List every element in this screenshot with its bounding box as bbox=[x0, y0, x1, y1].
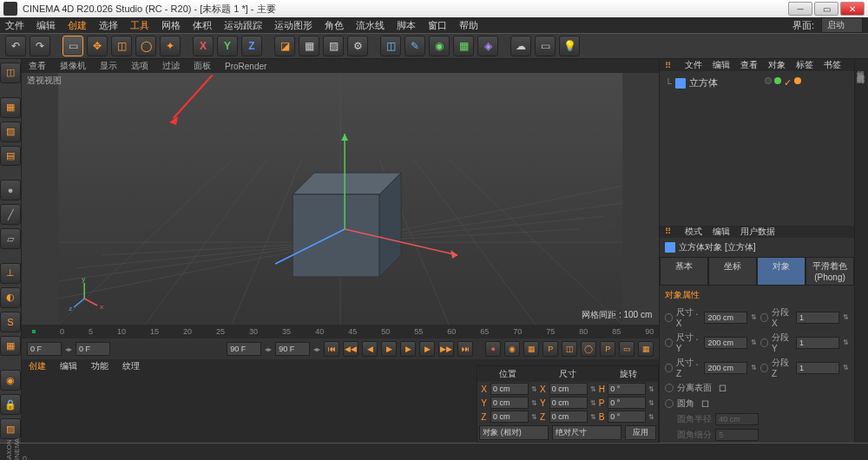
viewport[interactable]: 透视视图 bbox=[22, 73, 659, 325]
cube-primitive[interactable]: ◫ bbox=[380, 36, 401, 56]
menu-4[interactable]: 工具 bbox=[130, 19, 149, 32]
btab-3[interactable]: 纹理 bbox=[122, 360, 140, 372]
y-axis-toggle[interactable]: Y bbox=[217, 36, 238, 56]
lock-icon[interactable]: 🔒 bbox=[0, 394, 21, 415]
menu-0[interactable]: 文件 bbox=[5, 19, 24, 32]
key-opts[interactable]: ▦ bbox=[638, 341, 654, 357]
object-tree[interactable]: └ 立方体 ✓ bbox=[660, 71, 854, 226]
subtab-3[interactable]: 平滑着色(Phong) bbox=[806, 257, 854, 286]
pen-tool[interactable]: ✎ bbox=[404, 36, 425, 56]
maximize-button[interactable]: ▭ bbox=[814, 2, 838, 16]
play-forward[interactable]: ▶ bbox=[400, 341, 416, 357]
object-tree-item[interactable]: └ 立方体 ✓ bbox=[663, 75, 851, 91]
workplane[interactable]: ▤ bbox=[0, 146, 21, 167]
menu-9[interactable]: 角色 bbox=[325, 19, 344, 32]
scale-tool[interactable]: ◫ bbox=[111, 36, 132, 56]
vp-tab-3[interactable]: 选项 bbox=[131, 60, 148, 72]
model-mode[interactable]: ▦ bbox=[0, 97, 21, 118]
render-region[interactable]: ▨ bbox=[323, 36, 344, 56]
last-tool[interactable]: ✦ bbox=[160, 36, 181, 56]
btab-0[interactable]: 创建 bbox=[29, 360, 46, 372]
next-frame[interactable]: ▶ bbox=[419, 341, 435, 357]
light-tool[interactable]: 💡 bbox=[559, 36, 580, 56]
size-mode-dropdown[interactable]: 绝对尺寸 bbox=[552, 425, 621, 440]
undo-button[interactable]: ↶ bbox=[5, 36, 26, 56]
poly-mode[interactable]: ▱ bbox=[0, 228, 21, 249]
misc-tool[interactable]: ▨ bbox=[0, 418, 21, 439]
goto-start[interactable]: ⏮ bbox=[324, 341, 339, 357]
range-end-field[interactable] bbox=[275, 342, 310, 356]
next-key[interactable]: ▶▶ bbox=[438, 341, 454, 357]
vp-tab-1[interactable]: 摄像机 bbox=[60, 60, 86, 72]
render-settings[interactable]: ⚙ bbox=[347, 36, 368, 56]
array-tool[interactable]: ▦ bbox=[453, 36, 474, 56]
layout-dropdown[interactable]: 启动 bbox=[821, 17, 863, 33]
key-pos[interactable]: P bbox=[542, 341, 558, 357]
apply-button[interactable]: 应用 bbox=[625, 425, 656, 440]
coord-system[interactable]: ◪ bbox=[274, 36, 295, 56]
minimize-button[interactable]: ─ bbox=[788, 2, 812, 16]
key-param[interactable]: P bbox=[600, 341, 615, 357]
nurbs-tool[interactable]: ◉ bbox=[429, 36, 450, 56]
rotate-tool[interactable]: ◯ bbox=[135, 36, 156, 56]
key-selection[interactable]: ▦ bbox=[523, 341, 539, 357]
menu-6[interactable]: 体积 bbox=[193, 19, 212, 32]
texture-mode[interactable]: ▨ bbox=[0, 122, 21, 142]
axis-mode[interactable]: ⊥ bbox=[0, 263, 21, 284]
menu-11[interactable]: 脚本 bbox=[397, 19, 416, 32]
menu-10[interactable]: 流水线 bbox=[356, 19, 385, 32]
subtab-0[interactable]: 基本 bbox=[660, 257, 708, 286]
timeline-ruler[interactable]: 051015202530354045505560657075808590 bbox=[22, 325, 659, 338]
point-mode[interactable]: ● bbox=[0, 180, 21, 200]
close-button[interactable]: ✕ bbox=[840, 2, 865, 16]
menu-2[interactable]: 创建 bbox=[68, 19, 87, 32]
render-view[interactable]: ▦ bbox=[299, 36, 319, 56]
menu-7[interactable]: 运动跟踪 bbox=[224, 19, 262, 32]
workplane-snap[interactable]: ▦ bbox=[0, 336, 21, 357]
vp-tab-6[interactable]: ProRender bbox=[225, 62, 266, 71]
redo-button[interactable]: ↷ bbox=[30, 36, 50, 56]
vis-editor-dot[interactable] bbox=[765, 77, 772, 84]
menu-13[interactable]: 帮助 bbox=[459, 19, 478, 32]
vis-render-dot[interactable] bbox=[774, 77, 781, 84]
move-tool[interactable]: ✥ bbox=[87, 36, 108, 56]
btab-1[interactable]: 编辑 bbox=[60, 360, 77, 372]
edge-mode[interactable]: ╱ bbox=[0, 204, 21, 225]
key-pla[interactable]: ▭ bbox=[619, 341, 635, 357]
current-frame-field[interactable] bbox=[76, 342, 110, 356]
z-axis-toggle[interactable]: Z bbox=[241, 36, 262, 56]
vp-tab-5[interactable]: 面板 bbox=[194, 60, 211, 72]
subtab-2[interactable]: 对象 bbox=[757, 257, 806, 286]
menu-3[interactable]: 选择 bbox=[99, 19, 118, 32]
x-axis-toggle[interactable]: X bbox=[193, 36, 214, 56]
subtab-1[interactable]: 坐标 bbox=[708, 257, 757, 286]
coord-mode-dropdown[interactable]: 对象 (相对) bbox=[479, 425, 549, 440]
menu-5[interactable]: 网格 bbox=[161, 19, 181, 32]
start-frame-field[interactable] bbox=[27, 342, 62, 356]
snap-toggle[interactable]: S bbox=[0, 312, 21, 332]
tweak-mode[interactable]: ◐ bbox=[0, 287, 21, 308]
camera-tool[interactable]: ▭ bbox=[535, 36, 556, 56]
vp-tab-4[interactable]: 过滤 bbox=[162, 60, 180, 72]
btab-2[interactable]: 功能 bbox=[91, 360, 108, 372]
environment[interactable]: ☁ bbox=[510, 36, 531, 56]
goto-end[interactable]: ⏭ bbox=[457, 341, 473, 357]
key-rot[interactable]: ◯ bbox=[581, 341, 596, 357]
play-back[interactable]: ▶ bbox=[381, 341, 397, 357]
select-tool[interactable]: ▭ bbox=[62, 36, 83, 56]
prev-frame[interactable]: ◀ bbox=[362, 341, 378, 357]
phong-tag-icon[interactable] bbox=[794, 77, 801, 84]
menu-1[interactable]: 编辑 bbox=[36, 19, 56, 32]
end-frame-field[interactable] bbox=[227, 342, 261, 356]
key-scale[interactable]: ◫ bbox=[562, 341, 577, 357]
vp-tab-2[interactable]: 显示 bbox=[100, 60, 117, 72]
menu-8[interactable]: 运动图形 bbox=[274, 19, 312, 32]
record-key[interactable]: ● bbox=[485, 341, 501, 357]
autokey[interactable]: ◉ bbox=[504, 341, 520, 357]
prev-key[interactable]: ◀◀ bbox=[343, 341, 358, 357]
vp-tab-0[interactable]: 查看 bbox=[29, 60, 46, 72]
menu-12[interactable]: 窗口 bbox=[428, 19, 447, 32]
deformer-tool[interactable]: ◈ bbox=[477, 36, 498, 56]
make-editable[interactable]: ◫ bbox=[0, 62, 21, 83]
viewport-solo[interactable]: ◉ bbox=[0, 370, 21, 391]
